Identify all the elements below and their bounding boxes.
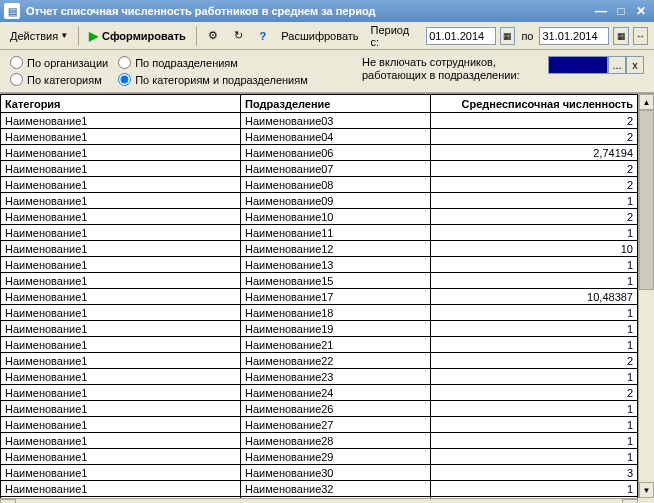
table-cell: 1 [431,417,638,433]
table-cell: Наименование30 [241,465,431,481]
table-row[interactable]: Наименование1Наименование281 [1,433,638,449]
table-cell: Наименование1 [1,225,241,241]
table-cell: Наименование1 [1,417,241,433]
settings-icon[interactable]: ⚙ [203,25,224,47]
scroll-right-button[interactable]: ▶ [622,499,638,503]
scroll-up-button[interactable]: ▲ [639,94,654,110]
table-cell: Наименование1 [1,145,241,161]
radio-label: По организации [27,57,108,69]
header-count: Среднесписочная численность [431,95,638,113]
table-cell: Наименование1 [1,289,241,305]
table-row[interactable]: Наименование1Наименование032 [1,113,638,129]
help-icon[interactable]: ? [253,25,274,47]
table-row[interactable]: Наименование1Наименование231 [1,369,638,385]
table-cell: Наименование1 [1,449,241,465]
scroll-left-button[interactable]: ◀ [0,499,16,503]
radio-by-dept-input[interactable] [118,56,131,69]
horizontal-scrollbar[interactable]: ◀ ▶ [0,498,638,503]
form-button[interactable]: ▶ Сформировать [85,27,190,45]
vertical-scrollbar[interactable]: ▲ ▼ [638,94,654,498]
table-row[interactable]: Наименование1Наименование062,74194 [1,145,638,161]
table-cell: 1 [431,273,638,289]
table-row[interactable]: Наименование1Наименование181 [1,305,638,321]
decode-button[interactable]: Расшифровать [277,28,362,44]
table-row[interactable]: Наименование1Наименование1210 [1,241,638,257]
table-cell: Наименование29 [241,449,431,465]
table-row[interactable]: Наименование1Наименование191 [1,321,638,337]
radio-by-org-input[interactable] [10,56,23,69]
table-cell: 2 [431,177,638,193]
table-cell: Наименование1 [1,401,241,417]
maximize-button[interactable]: □ [612,3,630,19]
table-row[interactable]: Наименование1Наименование102 [1,209,638,225]
table-row[interactable]: Наименование1Наименование082 [1,177,638,193]
grid-scroll[interactable]: Категория Подразделение Среднесписочная … [0,94,638,498]
table-cell: Наименование1 [1,113,241,129]
table-row[interactable]: Наименование1Наименование131 [1,257,638,273]
table-cell: Наименование17 [241,289,431,305]
table-cell: Наименование12 [241,241,431,257]
table-row[interactable]: Наименование1Наименование072 [1,161,638,177]
table-cell: Наименование06 [241,145,431,161]
date-from-input[interactable] [426,27,496,45]
radio-by-cat[interactable]: По категориям [10,73,108,86]
actions-menu[interactable]: Действия ▼ [6,28,72,44]
table-cell: 2 [431,161,638,177]
table-cell: 1 [431,481,638,497]
table-cell: 2 [431,113,638,129]
table-row[interactable]: Наименование1Наименование1710,48387 [1,289,638,305]
grid-area: Категория Подразделение Среднесписочная … [0,93,654,503]
table-cell: 1 [431,225,638,241]
table-row[interactable]: Наименование1Наименование222 [1,353,638,369]
table-cell: Наименование15 [241,273,431,289]
table-row[interactable]: Наименование1Наименование291 [1,449,638,465]
table-cell: Наименование23 [241,369,431,385]
table-row[interactable]: Наименование1Наименование261 [1,401,638,417]
toolbar: Действия ▼ ▶ Сформировать ⚙ ↻ ? Расшифро… [0,22,654,50]
table-cell: 1 [431,257,638,273]
table-cell: Наименование1 [1,337,241,353]
clear-dept-button[interactable]: x [626,56,644,74]
table-row[interactable]: Наименование1Наименование042 [1,129,638,145]
radio-by-cat-input[interactable] [10,73,23,86]
date-to-input[interactable] [539,27,609,45]
table-row[interactable]: Наименование1Наименование321 [1,481,638,497]
minimize-button[interactable]: — [592,3,610,19]
scroll-down-button[interactable]: ▼ [639,482,654,498]
table-row[interactable]: Наименование1Наименование303 [1,465,638,481]
table-cell: 2 [431,385,638,401]
table-row[interactable]: Наименование1Наименование091 [1,193,638,209]
close-button[interactable]: ✕ [632,3,650,19]
table-row[interactable]: Наименование1Наименование271 [1,417,638,433]
select-dept-button[interactable]: ... [608,56,626,74]
header-dept: Подразделение [241,95,431,113]
calendar-to-button[interactable]: ▦ [613,27,628,45]
scroll-thumb[interactable] [639,110,654,290]
radio-by-cat-dept-input[interactable] [118,73,131,86]
exclude-dept-field[interactable] [548,56,608,74]
radio-label: По категориям [27,74,102,86]
table-row[interactable]: Наименование1Наименование211 [1,337,638,353]
table-cell: Наименование13 [241,257,431,273]
period-picker-button[interactable]: ↔ [633,27,648,45]
period-to-label: по [521,30,533,42]
refresh-icon[interactable]: ↻ [228,25,249,47]
table-cell: 10 [431,241,638,257]
table-header-row: Категория Подразделение Среднесписочная … [1,95,638,113]
table-cell: Наименование10 [241,209,431,225]
table-cell: Наименование07 [241,161,431,177]
data-table: Категория Подразделение Среднесписочная … [0,94,638,498]
app-icon: ▤ [4,3,20,19]
titlebar[interactable]: ▤ Отчет списочная численность работников… [0,0,654,22]
radio-by-org[interactable]: По организации [10,56,108,69]
separator [196,26,197,46]
radio-by-dept[interactable]: По подразделениям [118,56,308,69]
table-row[interactable]: Наименование1Наименование111 [1,225,638,241]
calendar-from-button[interactable]: ▦ [500,27,515,45]
table-cell: Наименование08 [241,177,431,193]
table-row[interactable]: Наименование1Наименование242 [1,385,638,401]
form-label: Сформировать [102,30,186,42]
table-cell: Наименование1 [1,129,241,145]
table-row[interactable]: Наименование1Наименование151 [1,273,638,289]
radio-by-cat-dept[interactable]: По категориям и подразделениям [118,73,308,86]
